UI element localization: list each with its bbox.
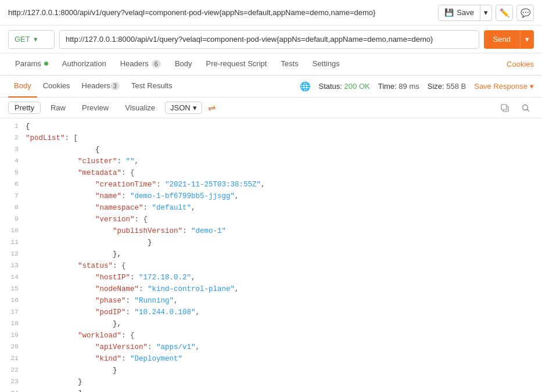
json-line: 14 "hostIP": "172.18.0.2",	[0, 272, 542, 283]
resp-tab-cookies[interactable]: Cookies	[37, 75, 76, 98]
send-dropdown-arrow[interactable]: ▾	[521, 30, 534, 49]
format-visualize-button[interactable]: Visualize	[119, 102, 161, 114]
json-response-area: 1{2"podList": [3 {4 "cluster": "",5 "met…	[0, 118, 542, 392]
resp-tab-body[interactable]: Body	[8, 75, 37, 98]
tab-body[interactable]: Body	[168, 53, 199, 75]
tab-settings[interactable]: Settings	[306, 53, 347, 75]
json-line: 18 },	[0, 318, 542, 330]
filter-icon-button[interactable]: ⇌	[208, 102, 216, 113]
format-row-right	[497, 100, 534, 116]
request-tabs-row: Params Authorization Headers 6 Body Pre-…	[0, 53, 542, 75]
cookies-link[interactable]: Cookies	[507, 60, 534, 69]
json-line: 1{	[0, 121, 542, 132]
resp-tab-headers-label: Headers	[82, 81, 110, 90]
headers-count: 6	[152, 60, 161, 68]
time-value: 89 ms	[399, 82, 419, 91]
json-line: 3 {	[0, 144, 542, 156]
method-select[interactable]: GET ▾	[8, 30, 55, 49]
globe-icon: 🌐	[300, 81, 311, 92]
save-response-arrow: ▾	[530, 82, 534, 91]
json-line: 24 ]	[0, 388, 542, 392]
top-bar-url: http://127.0.0.1:8000/api/v1/query?velaq…	[8, 8, 375, 17]
format-row: Pretty Raw Preview Visualize JSON ▾ ⇌	[0, 98, 542, 118]
tab-prerequest-label: Pre-request Script	[206, 59, 267, 68]
tab-headers[interactable]: Headers 6	[113, 53, 168, 75]
tab-headers-label: Headers	[120, 59, 149, 68]
json-line: 2"podList": [	[0, 132, 542, 144]
json-line: 11 }	[0, 237, 542, 249]
resp-tab-testresults[interactable]: Test Results	[125, 75, 178, 98]
tab-authorization-label: Authorization	[62, 59, 106, 68]
top-bar-actions: 💾 Save ▾ ✏️ 💬	[438, 5, 534, 21]
svg-rect-1	[501, 105, 507, 110]
save-button[interactable]: 💾 Save ▾	[438, 5, 492, 21]
svg-line-3	[527, 109, 530, 112]
json-format-select[interactable]: JSON ▾	[165, 102, 202, 114]
save-response-button[interactable]: Save Response ▾	[474, 82, 534, 91]
params-dot	[44, 62, 48, 66]
json-line: 15 "nodeName": "kind-control-plane",	[0, 283, 542, 295]
save-label: Save	[457, 8, 474, 17]
json-line: 16 "phase": "Running",	[0, 295, 542, 307]
tab-tests[interactable]: Tests	[274, 53, 305, 75]
status-value: 200 OK	[344, 82, 370, 91]
save-disk-icon: 💾	[444, 8, 454, 17]
json-format-arrow: ▾	[193, 103, 197, 112]
format-raw-button[interactable]: Raw	[44, 102, 72, 114]
copy-icon-button[interactable]	[497, 100, 513, 116]
resp-tab-testresults-label: Test Results	[131, 81, 173, 90]
send-label[interactable]: Send	[484, 30, 521, 49]
save-dropdown-arrow[interactable]: ▾	[480, 5, 491, 20]
json-line: 5 "metadata": {	[0, 167, 542, 179]
json-line: 21 "kind": "Deployment"	[0, 353, 542, 365]
status-label: Status: 200 OK	[319, 82, 370, 91]
svg-point-2	[523, 105, 528, 110]
size-value: 558 B	[446, 82, 466, 91]
json-line: 19 "workload": {	[0, 330, 542, 341]
tab-prerequest[interactable]: Pre-request Script	[199, 53, 274, 75]
json-format-label: JSON	[170, 103, 191, 112]
format-preview-button[interactable]: Preview	[76, 102, 115, 114]
json-line: 23 }	[0, 376, 542, 388]
json-line: 9 "version": {	[0, 214, 542, 225]
save-response-label: Save Response	[474, 82, 527, 91]
resp-tab-cookies-label: Cookies	[43, 81, 70, 90]
edit-icon-button[interactable]: ✏️	[496, 5, 513, 21]
json-line: 7 "name": "demo-1-bf6799bb5-jjsgg",	[0, 190, 542, 202]
message-icon-button[interactable]: 💬	[516, 5, 534, 21]
method-value: GET	[15, 35, 30, 44]
json-line: 12 },	[0, 249, 542, 260]
resp-headers-count: 3	[110, 82, 120, 90]
json-line: 8 "namespace": "default",	[0, 202, 542, 214]
json-line: 4 "cluster": "",	[0, 156, 542, 167]
url-input[interactable]	[59, 30, 479, 49]
json-line: 13 "status": {	[0, 260, 542, 272]
tab-tests-label: Tests	[281, 59, 298, 68]
json-line: 22 }	[0, 365, 542, 376]
tab-params-label: Params	[15, 59, 41, 68]
tab-params[interactable]: Params	[8, 53, 55, 75]
method-dropdown-arrow: ▾	[34, 35, 38, 44]
request-bar: GET ▾ Send ▾	[0, 26, 542, 53]
format-pretty-button[interactable]: Pretty	[8, 102, 41, 114]
send-button[interactable]: Send ▾	[484, 30, 534, 49]
resp-tab-body-label: Body	[14, 81, 31, 90]
response-tabs-row: Body Cookies Headers 3 Test Results 🌐 St…	[0, 75, 542, 98]
tab-body-label: Body	[175, 59, 192, 68]
response-status-area: 🌐 Status: 200 OK Time: 89 ms Size: 558 B…	[300, 81, 534, 92]
json-line: 10 "publishVersion": "demo-1"	[0, 225, 542, 237]
time-label: Time: 89 ms	[378, 82, 419, 91]
save-button-main[interactable]: 💾 Save	[439, 5, 480, 20]
json-line: 20 "apiVersion": "apps/v1",	[0, 341, 542, 353]
search-icon-button[interactable]	[518, 100, 534, 116]
top-bar: http://127.0.0.1:8000/api/v1/query?velaq…	[0, 0, 542, 26]
json-line: 17 "podIP": "10.244.0.108",	[0, 307, 542, 318]
resp-tab-headers[interactable]: Headers 3	[76, 75, 125, 98]
tab-settings-label: Settings	[313, 59, 340, 68]
size-label: Size: 558 B	[428, 82, 466, 91]
tab-authorization[interactable]: Authorization	[55, 53, 113, 75]
json-line: 6 "creationTime": "2021-11-25T03:38:55Z"…	[0, 179, 542, 190]
